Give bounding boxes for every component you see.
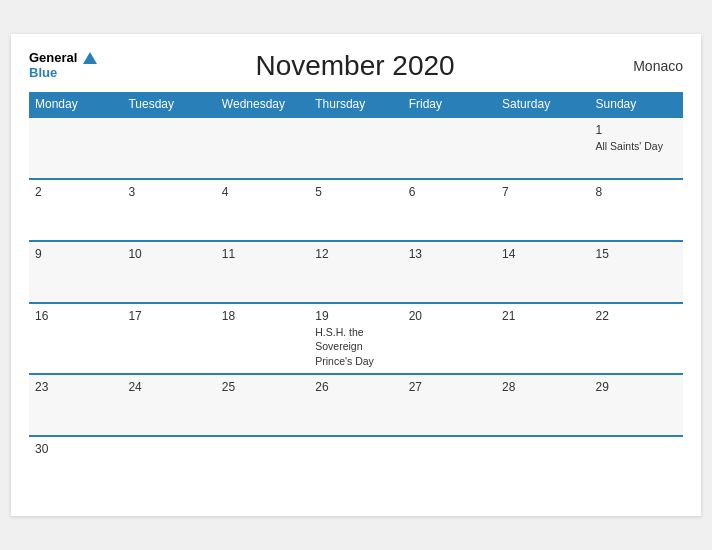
day-number: 17 bbox=[128, 309, 209, 323]
calendar-cell bbox=[403, 117, 496, 179]
calendar-cell: 26 bbox=[309, 374, 402, 436]
day-number: 12 bbox=[315, 247, 396, 261]
day-number: 21 bbox=[502, 309, 583, 323]
calendar-body: 1All Saints' Day234567891011121314151617… bbox=[29, 117, 683, 499]
day-number: 27 bbox=[409, 380, 490, 394]
logo-general-text: General bbox=[29, 50, 77, 65]
day-number: 13 bbox=[409, 247, 490, 261]
calendar-cell bbox=[122, 436, 215, 498]
calendar-cell: 22 bbox=[590, 303, 683, 375]
day-number: 3 bbox=[128, 185, 209, 199]
calendar-cell bbox=[309, 117, 402, 179]
weekday-monday: Monday bbox=[29, 92, 122, 117]
calendar-cell: 30 bbox=[29, 436, 122, 498]
calendar-week-row: 1All Saints' Day bbox=[29, 117, 683, 179]
calendar-cell bbox=[496, 436, 589, 498]
day-number: 8 bbox=[596, 185, 677, 199]
day-number: 29 bbox=[596, 380, 677, 394]
day-number: 20 bbox=[409, 309, 490, 323]
day-number: 16 bbox=[35, 309, 116, 323]
calendar-cell: 28 bbox=[496, 374, 589, 436]
calendar-cell: 2 bbox=[29, 179, 122, 241]
calendar-cell: 18 bbox=[216, 303, 309, 375]
calendar-cell: 16 bbox=[29, 303, 122, 375]
calendar-cell: 7 bbox=[496, 179, 589, 241]
calendar-cell: 21 bbox=[496, 303, 589, 375]
logo: General Blue bbox=[29, 51, 97, 80]
calendar-cell bbox=[496, 117, 589, 179]
calendar-cell: 1All Saints' Day bbox=[590, 117, 683, 179]
day-number: 14 bbox=[502, 247, 583, 261]
weekday-header: MondayTuesdayWednesdayThursdayFridaySatu… bbox=[29, 92, 683, 117]
calendar-cell bbox=[216, 117, 309, 179]
calendar-week-row: 9101112131415 bbox=[29, 241, 683, 303]
event-text: H.S.H. the Sovereign Prince's Day bbox=[315, 326, 374, 367]
calendar-cell: 11 bbox=[216, 241, 309, 303]
calendar-cell: 20 bbox=[403, 303, 496, 375]
day-number: 30 bbox=[35, 442, 116, 456]
calendar-cell bbox=[590, 436, 683, 498]
calendar-week-row: 30 bbox=[29, 436, 683, 498]
calendar-cell: 25 bbox=[216, 374, 309, 436]
day-number: 11 bbox=[222, 247, 303, 261]
day-number: 7 bbox=[502, 185, 583, 199]
event-text: All Saints' Day bbox=[596, 140, 663, 152]
calendar-week-row: 16171819H.S.H. the Sovereign Prince's Da… bbox=[29, 303, 683, 375]
calendar-cell: 6 bbox=[403, 179, 496, 241]
calendar-cell bbox=[403, 436, 496, 498]
calendar-week-row: 23242526272829 bbox=[29, 374, 683, 436]
weekday-friday: Friday bbox=[403, 92, 496, 117]
day-number: 24 bbox=[128, 380, 209, 394]
calendar-cell: 19H.S.H. the Sovereign Prince's Day bbox=[309, 303, 402, 375]
calendar-cell: 3 bbox=[122, 179, 215, 241]
calendar-week-row: 2345678 bbox=[29, 179, 683, 241]
day-number: 25 bbox=[222, 380, 303, 394]
calendar-cell bbox=[309, 436, 402, 498]
day-number: 28 bbox=[502, 380, 583, 394]
weekday-sunday: Sunday bbox=[590, 92, 683, 117]
calendar-cell: 15 bbox=[590, 241, 683, 303]
calendar-header: General Blue November 2020 Monaco bbox=[29, 50, 683, 82]
logo-triangle-icon bbox=[83, 52, 97, 64]
calendar-cell: 29 bbox=[590, 374, 683, 436]
calendar-cell: 9 bbox=[29, 241, 122, 303]
country-label: Monaco bbox=[613, 58, 683, 74]
day-number: 10 bbox=[128, 247, 209, 261]
calendar-wrapper: General Blue November 2020 Monaco Monday… bbox=[11, 34, 701, 517]
calendar-cell: 12 bbox=[309, 241, 402, 303]
calendar-cell: 5 bbox=[309, 179, 402, 241]
calendar-cell: 14 bbox=[496, 241, 589, 303]
logo-blue-text: Blue bbox=[29, 66, 97, 80]
weekday-wednesday: Wednesday bbox=[216, 92, 309, 117]
day-number: 6 bbox=[409, 185, 490, 199]
calendar-cell: 23 bbox=[29, 374, 122, 436]
calendar-cell: 27 bbox=[403, 374, 496, 436]
month-title: November 2020 bbox=[97, 50, 613, 82]
day-number: 18 bbox=[222, 309, 303, 323]
calendar-cell: 10 bbox=[122, 241, 215, 303]
logo-general: General bbox=[29, 51, 97, 65]
day-number: 15 bbox=[596, 247, 677, 261]
weekday-saturday: Saturday bbox=[496, 92, 589, 117]
day-number: 4 bbox=[222, 185, 303, 199]
calendar-cell: 13 bbox=[403, 241, 496, 303]
day-number: 2 bbox=[35, 185, 116, 199]
calendar-cell: 24 bbox=[122, 374, 215, 436]
day-number: 1 bbox=[596, 123, 677, 137]
calendar-cell: 8 bbox=[590, 179, 683, 241]
calendar-cell: 4 bbox=[216, 179, 309, 241]
weekday-thursday: Thursday bbox=[309, 92, 402, 117]
calendar-cell bbox=[216, 436, 309, 498]
day-number: 26 bbox=[315, 380, 396, 394]
day-number: 19 bbox=[315, 309, 396, 323]
calendar-cell bbox=[29, 117, 122, 179]
calendar-header-row: MondayTuesdayWednesdayThursdayFridaySatu… bbox=[29, 92, 683, 117]
day-number: 9 bbox=[35, 247, 116, 261]
calendar-cell bbox=[122, 117, 215, 179]
weekday-tuesday: Tuesday bbox=[122, 92, 215, 117]
day-number: 5 bbox=[315, 185, 396, 199]
day-number: 22 bbox=[596, 309, 677, 323]
day-number: 23 bbox=[35, 380, 116, 394]
calendar-cell: 17 bbox=[122, 303, 215, 375]
calendar-table: MondayTuesdayWednesdayThursdayFridaySatu… bbox=[29, 92, 683, 499]
